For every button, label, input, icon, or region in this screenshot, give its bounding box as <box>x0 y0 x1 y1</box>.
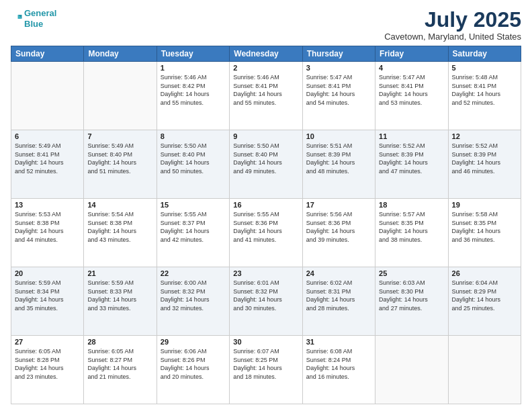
calendar-cell: 15Sunrise: 5:55 AMSunset: 8:37 PMDayligh… <box>157 199 229 267</box>
day-info: Sunrise: 6:07 AM <box>233 347 298 356</box>
day-info: and 32 minutes. <box>161 304 226 313</box>
day-info: Sunset: 8:26 PM <box>161 356 226 365</box>
calendar-cell: 14Sunrise: 5:54 AMSunset: 8:38 PMDayligh… <box>84 199 157 267</box>
day-info: Daylight: 14 hours <box>161 90 226 99</box>
day-info: Sunset: 8:27 PM <box>87 356 152 365</box>
day-info: Daylight: 14 hours <box>161 227 226 236</box>
day-info: Sunset: 8:33 PM <box>87 287 152 296</box>
subtitle: Cavetown, Maryland, United States <box>384 32 521 42</box>
day-info: Sunrise: 5:54 AM <box>87 210 152 219</box>
calendar-table: Sunday Monday Tuesday Wednesday Thursday… <box>11 46 521 404</box>
col-thursday: Thursday <box>302 46 375 62</box>
day-info: Daylight: 14 hours <box>452 158 517 167</box>
day-info: Sunrise: 5:52 AM <box>379 142 444 150</box>
day-number: 21 <box>87 269 152 277</box>
page: General Blue July 2025 Cavetown, Marylan… <box>0 0 532 411</box>
calendar-cell: 27Sunrise: 6:05 AMSunset: 8:28 PMDayligh… <box>11 336 84 404</box>
day-number: 26 <box>452 269 517 277</box>
day-info: Sunset: 8:39 PM <box>379 150 444 159</box>
day-info: Daylight: 14 hours <box>379 90 444 99</box>
col-monday: Monday <box>84 46 157 62</box>
day-info: Sunset: 8:25 PM <box>233 356 298 365</box>
day-info: Sunset: 8:36 PM <box>233 219 298 228</box>
calendar-week-3: 13Sunrise: 5:53 AMSunset: 8:38 PMDayligh… <box>11 199 521 267</box>
day-info: Sunrise: 5:59 AM <box>87 279 152 287</box>
day-info: Sunrise: 6:04 AM <box>452 279 517 287</box>
day-number: 24 <box>306 269 371 277</box>
day-info: and 53 minutes. <box>379 99 444 107</box>
calendar-cell: 16Sunrise: 5:55 AMSunset: 8:36 PMDayligh… <box>230 199 302 267</box>
calendar-cell: 11Sunrise: 5:52 AMSunset: 8:39 PMDayligh… <box>375 130 448 199</box>
day-number: 31 <box>306 338 371 346</box>
calendar-cell: 6Sunrise: 5:49 AMSunset: 8:41 PMDaylight… <box>11 130 84 199</box>
day-number: 11 <box>379 132 444 140</box>
calendar-cell: 21Sunrise: 5:59 AMSunset: 8:33 PMDayligh… <box>84 267 157 336</box>
day-info: Sunset: 8:36 PM <box>306 219 371 228</box>
day-info: Daylight: 14 hours <box>233 158 298 167</box>
calendar-cell: 8Sunrise: 5:50 AMSunset: 8:40 PMDaylight… <box>157 130 229 199</box>
day-number: 19 <box>452 201 517 209</box>
day-number: 14 <box>87 201 152 209</box>
day-number: 23 <box>233 269 298 277</box>
day-info: Sunset: 8:40 PM <box>161 150 226 159</box>
calendar-cell <box>84 62 157 130</box>
day-info: Daylight: 14 hours <box>379 158 444 167</box>
day-info: Sunset: 8:41 PM <box>379 82 444 91</box>
day-info: Daylight: 14 hours <box>306 158 371 167</box>
col-saturday: Saturday <box>448 46 521 62</box>
day-info: Sunrise: 5:52 AM <box>452 142 517 150</box>
day-info: Sunset: 8:37 PM <box>161 219 226 228</box>
calendar-header: Sunday Monday Tuesday Wednesday Thursday… <box>11 46 521 62</box>
calendar-cell: 4Sunrise: 5:47 AMSunset: 8:41 PMDaylight… <box>375 62 448 130</box>
day-info: Daylight: 14 hours <box>306 364 371 373</box>
day-info: Sunrise: 5:46 AM <box>161 73 226 82</box>
day-info: Daylight: 14 hours <box>87 227 152 236</box>
calendar-cell: 2Sunrise: 5:46 AMSunset: 8:41 PMDaylight… <box>230 62 302 130</box>
calendar-cell: 23Sunrise: 6:01 AMSunset: 8:32 PMDayligh… <box>230 267 302 336</box>
day-info: Daylight: 14 hours <box>161 158 226 167</box>
day-number: 1 <box>161 64 226 72</box>
logo-line1: General <box>24 8 56 18</box>
calendar-week-2: 6Sunrise: 5:49 AMSunset: 8:41 PMDaylight… <box>11 130 521 199</box>
day-info: Daylight: 14 hours <box>15 158 80 167</box>
day-number: 16 <box>233 201 298 209</box>
calendar-body: 1Sunrise: 5:46 AMSunset: 8:42 PMDaylight… <box>11 62 521 404</box>
col-friday: Friday <box>375 46 448 62</box>
day-info: Sunrise: 5:50 AM <box>161 142 226 150</box>
day-info: and 20 minutes. <box>161 373 226 381</box>
day-number: 7 <box>87 132 152 140</box>
header: General Blue July 2025 Cavetown, Marylan… <box>11 8 521 42</box>
day-info: and 50 minutes. <box>161 167 226 176</box>
day-info: Sunrise: 6:00 AM <box>161 279 226 287</box>
day-number: 8 <box>161 132 226 140</box>
day-info: Sunrise: 5:49 AM <box>15 142 80 150</box>
day-number: 30 <box>233 338 298 346</box>
day-info: Daylight: 14 hours <box>233 364 298 373</box>
day-number: 13 <box>15 201 80 209</box>
main-title: July 2025 <box>384 8 521 32</box>
day-info: Sunset: 8:35 PM <box>379 219 444 228</box>
day-info: and 47 minutes. <box>379 167 444 176</box>
day-number: 12 <box>452 132 517 140</box>
day-info: Daylight: 14 hours <box>87 158 152 167</box>
day-info: Daylight: 14 hours <box>452 90 517 99</box>
day-info: Daylight: 14 hours <box>452 295 517 304</box>
day-info: and 44 minutes. <box>15 236 80 244</box>
day-info: and 55 minutes. <box>161 99 226 107</box>
day-info: Daylight: 14 hours <box>15 364 80 373</box>
day-info: Sunset: 8:41 PM <box>306 82 371 91</box>
day-number: 6 <box>15 132 80 140</box>
calendar-cell: 20Sunrise: 5:59 AMSunset: 8:34 PMDayligh… <box>11 267 84 336</box>
col-wednesday: Wednesday <box>230 46 302 62</box>
day-info: Daylight: 14 hours <box>379 295 444 304</box>
day-info: Sunset: 8:39 PM <box>306 150 371 159</box>
calendar-cell: 25Sunrise: 6:03 AMSunset: 8:30 PMDayligh… <box>375 267 448 336</box>
day-info: Sunrise: 6:06 AM <box>161 347 226 356</box>
day-number: 22 <box>161 269 226 277</box>
col-tuesday: Tuesday <box>157 46 229 62</box>
logo: General Blue <box>11 8 56 29</box>
day-info: Sunrise: 5:55 AM <box>233 210 298 219</box>
calendar-cell: 31Sunrise: 6:08 AMSunset: 8:24 PMDayligh… <box>302 336 375 404</box>
day-info: and 28 minutes. <box>306 304 371 313</box>
day-number: 10 <box>306 132 371 140</box>
